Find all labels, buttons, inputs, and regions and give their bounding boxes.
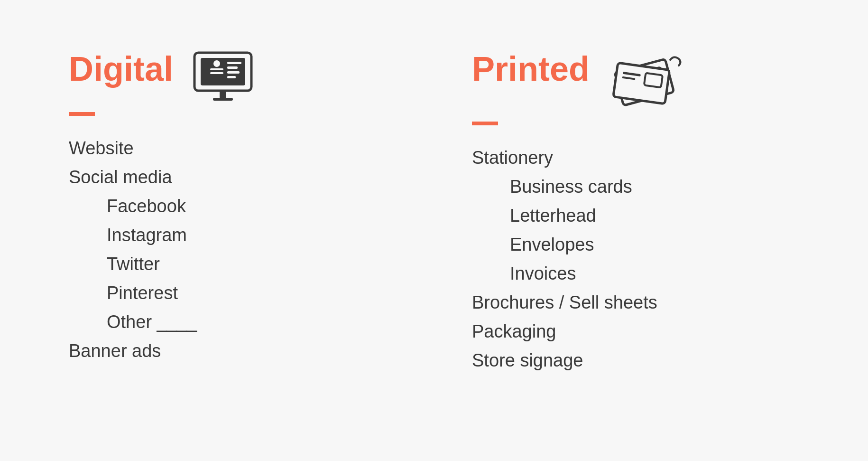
digital-list: Website Social media Facebook Instagram … <box>69 135 197 365</box>
list-item: Twitter <box>69 251 197 278</box>
list-item: Store signage <box>472 347 657 374</box>
business-cards-icon <box>609 50 684 112</box>
digital-header: Digital <box>69 50 396 103</box>
list-item: Website <box>69 135 197 162</box>
list-item: Packaging <box>472 318 657 345</box>
list-item: Business cards <box>472 173 657 200</box>
svg-point-2 <box>213 60 220 67</box>
printed-title: Printed <box>472 50 590 88</box>
digital-dash <box>69 112 95 116</box>
svg-rect-10 <box>213 98 233 101</box>
svg-rect-6 <box>227 66 238 69</box>
printed-column: Printed <box>434 22 837 403</box>
svg-rect-8 <box>227 76 236 78</box>
svg-rect-7 <box>227 71 240 74</box>
svg-rect-5 <box>227 62 241 64</box>
main-container: Digital <box>31 22 837 440</box>
svg-rect-4 <box>210 72 223 74</box>
list-item: Brochures / Sell sheets <box>472 289 657 316</box>
printed-list: Stationery Business cards Letterhead Env… <box>472 144 657 374</box>
digital-icon-area <box>192 50 254 103</box>
list-item: Invoices <box>472 260 657 287</box>
digital-column: Digital <box>31 22 434 393</box>
list-item: Social media <box>69 164 197 191</box>
list-item: Letterhead <box>472 202 657 229</box>
svg-rect-3 <box>210 68 223 70</box>
list-item: Facebook <box>69 193 197 220</box>
list-item: Stationery <box>472 144 657 171</box>
list-item: Other ____ <box>69 309 197 336</box>
svg-rect-9 <box>220 91 226 98</box>
printed-dash <box>472 122 498 125</box>
monitor-icon <box>192 50 254 103</box>
list-item: Instagram <box>69 222 197 249</box>
printed-icon-area <box>609 50 684 112</box>
printed-header: Printed <box>472 50 799 112</box>
list-item: Pinterest <box>69 280 197 307</box>
list-item: Banner ads <box>69 338 197 365</box>
digital-title: Digital <box>69 50 173 88</box>
list-item: Envelopes <box>472 231 657 258</box>
